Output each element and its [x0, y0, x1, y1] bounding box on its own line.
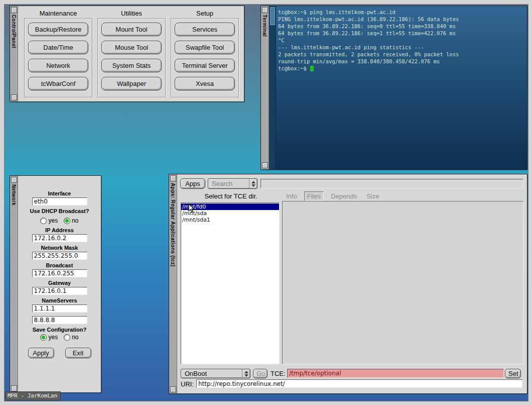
input-ip-address[interactable] — [32, 234, 87, 242]
set-button[interactable]: Set — [505, 369, 521, 378]
scrollbar-thumb[interactable] — [270, 7, 275, 25]
arrow-up-icon — [251, 181, 255, 183]
field-label-ip-address: IP Address — [45, 227, 74, 233]
network-body: Interface Use DHCP Broadcast? yes no IP … — [18, 176, 101, 392]
dhcp-label: Use DHCP Broadcast? — [30, 208, 89, 214]
search-combo-label: Search — [208, 179, 249, 188]
uri-input[interactable] — [196, 379, 522, 388]
button-system-stats[interactable]: System Stats — [101, 59, 162, 72]
terminal-line: tc@box:~$ ping lms.ittelkom-pwt.ac.id — [278, 9, 525, 16]
go-button[interactable]: Go — [253, 369, 268, 378]
cp-header-utilities: Utilities — [97, 9, 166, 18]
button-xvesa[interactable]: Xvesa — [175, 77, 235, 90]
button-tcwbarconf[interactable]: tcWbarConf — [28, 77, 88, 90]
button-terminal-server[interactable]: Terminal Server — [175, 59, 235, 72]
list-item-mnt-sda1[interactable]: /mnt/sda1 — [181, 217, 279, 223]
onboot-combo[interactable]: OnBoot — [181, 369, 250, 378]
nameserver-input-2[interactable] — [32, 316, 87, 324]
terminal-scrollbar[interactable] — [269, 6, 276, 169]
terminal-line: round-trip min/avg/max = 338.840/380.458… — [278, 58, 525, 65]
field-label-gateway: Gateway — [48, 280, 71, 286]
terminal-line: PING lms.ittelkom-pwt.ac.id (36.89.22.18… — [278, 16, 525, 23]
interface-label: Interface — [48, 190, 71, 196]
apps-titlebar: Apps: Regular Applications (tcz) — [169, 174, 177, 393]
dhcp-yes-option[interactable]: yes — [40, 217, 58, 224]
nameserver-inputs — [32, 305, 87, 324]
radio-icon[interactable] — [40, 334, 47, 341]
combo-arrows-icon[interactable] — [242, 369, 250, 378]
tab-depends[interactable]: Depends — [328, 192, 359, 200]
network-fields: IP AddressNetwork MaskBroadcastGateway — [32, 225, 87, 295]
uri-label: URI: — [181, 380, 194, 388]
close-icon[interactable] — [11, 177, 17, 183]
tce-label: TCE: — [271, 370, 286, 377]
exit-button[interactable]: Exit — [65, 348, 91, 358]
apps-tabs: InfoFilesDependsSize — [284, 191, 381, 201]
onboot-combo-label: OnBoot — [181, 369, 242, 378]
dhcp-no-label: no — [72, 217, 78, 224]
input-gateway[interactable] — [32, 287, 87, 295]
radio-icon[interactable] — [64, 334, 70, 341]
taskbar-label: MPR - JarKomLan — [5, 391, 61, 400]
input-broadcast[interactable] — [32, 269, 87, 277]
apps-body: Apps Search Select for TCE dir. InfoFile… — [177, 174, 527, 393]
terminal-cursor — [310, 66, 314, 71]
window-title: Apps: Regular Applications (tcz) — [170, 183, 176, 386]
iconify-icon[interactable] — [11, 385, 17, 391]
tab-info[interactable]: Info — [284, 192, 300, 200]
tab-size[interactable]: Size — [364, 192, 381, 200]
save-radio-row: yes no — [40, 334, 78, 341]
save-yes-option[interactable]: yes — [40, 334, 58, 341]
list-item-mnt-fd0[interactable]: /mnt/fd0 — [181, 204, 279, 210]
cp-column-utilities: UtilitiesMount ToolMouse ToolSystem Stat… — [97, 9, 166, 97]
radio-icon[interactable] — [40, 218, 47, 224]
close-icon[interactable] — [262, 7, 268, 13]
save-no-label: no — [72, 334, 78, 341]
iconify-icon[interactable] — [11, 94, 17, 100]
button-mouse-tool[interactable]: Mouse Tool — [101, 41, 162, 54]
combo-arrows-icon[interactable] — [249, 179, 257, 188]
cp-group-setup: ServicesSwapfile ToolTerminal ServerXves… — [171, 18, 239, 97]
radio-icon[interactable] — [64, 218, 70, 224]
control-panel-titlebar: ControlPanel — [10, 6, 18, 102]
iconify-icon[interactable] — [170, 386, 176, 392]
save-no-option[interactable]: no — [64, 334, 78, 341]
button-services[interactable]: Services — [175, 23, 235, 36]
field-label-broadcast: Broadcast — [46, 262, 73, 268]
close-icon[interactable] — [170, 175, 176, 181]
mouse-cursor-icon — [188, 204, 195, 215]
interface-input[interactable] — [32, 197, 87, 206]
apps-menu-button[interactable]: Apps — [180, 178, 205, 189]
terminal-line: tc@box:~$ — [278, 65, 525, 72]
apply-button[interactable]: Apply — [28, 348, 54, 358]
arrow-down-icon — [244, 374, 248, 377]
input-network-mask[interactable] — [32, 252, 87, 260]
window-title: ControlPanel — [11, 15, 17, 94]
list-item-mnt-sda[interactable]: /mnt/sda — [181, 210, 279, 217]
iconify-icon[interactable] — [262, 162, 268, 168]
tab-files[interactable]: Files — [304, 191, 324, 201]
terminal-line: --- lms.ittelkom-pwt.ac.id ping statisti… — [278, 44, 525, 51]
button-mount-tool[interactable]: Mount Tool — [101, 23, 162, 36]
dhcp-radio-row: yes no — [40, 217, 78, 224]
nameservers-label: NameServers — [42, 297, 77, 303]
button-date-time[interactable]: Date/Time — [28, 41, 88, 54]
search-input[interactable] — [260, 179, 523, 188]
cp-column-maintenance: MaintenanceBackup/RestoreDate/TimeNetwor… — [24, 9, 92, 97]
button-network[interactable]: Network — [28, 59, 88, 72]
arrow-up-icon — [244, 371, 248, 373]
button-backup-restore[interactable]: Backup/Restore — [28, 23, 88, 36]
tce-path-input[interactable] — [287, 369, 504, 378]
network-buttons: Apply Exit — [28, 348, 91, 358]
search-combo[interactable]: Search — [208, 178, 257, 189]
dhcp-no-option[interactable]: no — [64, 217, 78, 224]
close-icon[interactable] — [11, 7, 17, 13]
nameserver-input-1[interactable] — [32, 305, 87, 313]
tce-dir-list[interactable]: /mnt/fd0/mnt/sda/mnt/sda1 — [181, 202, 280, 364]
select-for-tce-label: Select for TCE dir. — [179, 192, 283, 200]
terminal-body[interactable]: tc@box:~$ ping lms.ittelkom-pwt.ac.idPIN… — [269, 6, 527, 169]
button-wallpaper[interactable]: Wallpaper — [101, 77, 162, 90]
detail-panel — [282, 201, 523, 364]
button-swapfile-tool[interactable]: Swapfile Tool — [175, 41, 235, 54]
cp-header-setup: Setup — [171, 9, 239, 18]
